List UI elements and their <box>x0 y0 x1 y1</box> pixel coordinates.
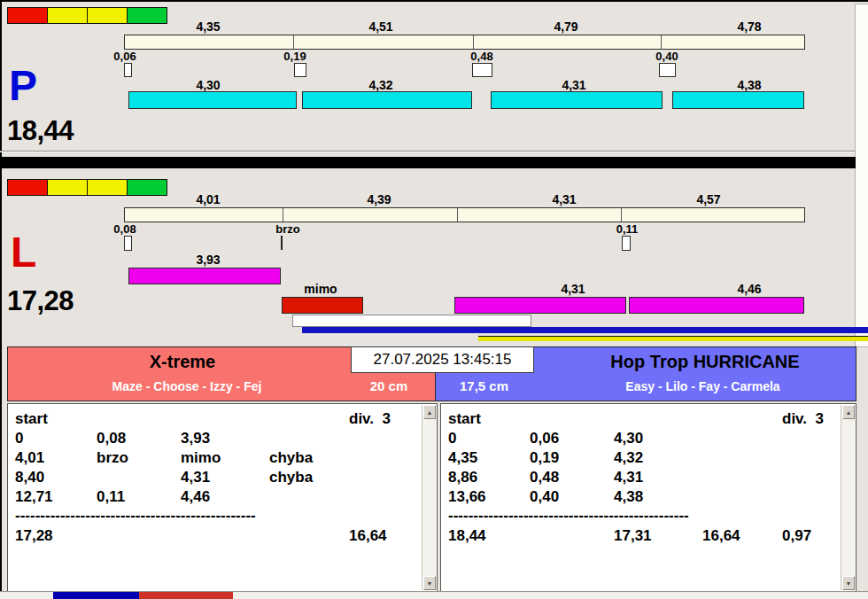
results-cell: mimo <box>181 449 221 467</box>
left-team-name: X-treme <box>81 352 284 372</box>
split-divider <box>457 208 458 222</box>
scroll-up-button[interactable]: ▲ <box>423 405 436 419</box>
scroll-down-button[interactable]: ▼ <box>423 576 436 590</box>
split-divider <box>661 35 662 49</box>
l-fault-bar <box>282 297 363 314</box>
background-window-fragment[interactable] <box>139 592 233 599</box>
right-results-panel[interactable]: start div. 3 0 0,06 4,30 4,35 0,19 4,32 … <box>440 403 856 592</box>
results-total: 18,44 <box>448 527 486 545</box>
left-team-members: Maze - Choose - Izzy - Fej <box>50 379 324 393</box>
results-cell: 0,19 <box>530 449 559 467</box>
background-window-titlebar-fragment[interactable] <box>53 592 139 599</box>
lane-area-scroll-strip[interactable] <box>855 4 868 347</box>
window-border-top <box>0 0 868 2</box>
p-split-bar <box>124 35 805 50</box>
l-status-lights <box>7 179 167 196</box>
scroll-down-icon: ▼ <box>846 580 852 587</box>
right-team-name: Hop Trop HURRICANE <box>581 352 829 372</box>
p-status-lights <box>7 7 167 24</box>
split-divider <box>283 208 283 222</box>
l-run-label: 3,93 <box>181 253 236 267</box>
split-divider <box>473 35 474 49</box>
p-gap-marker <box>124 63 132 77</box>
status-light-yellow-2 <box>88 180 128 195</box>
progress-bar-yellow <box>478 336 868 341</box>
split-divider <box>621 208 622 222</box>
results-cell: 4,31 <box>181 469 210 486</box>
p-run-bar <box>128 91 297 109</box>
results-cell: 4,46 <box>181 488 210 506</box>
l-gap-tick <box>281 236 283 250</box>
l-split-label: 4,31 <box>537 192 592 206</box>
l-lane-letter: L <box>11 232 36 273</box>
results-cell: 4,38 <box>614 488 643 506</box>
l-total-time: 17,28 <box>7 287 74 315</box>
results-separator: ----------------------------------------… <box>448 507 689 525</box>
results-separator: ----------------------------------------… <box>15 507 256 525</box>
p-run-bar <box>491 91 663 109</box>
status-light-green <box>128 180 167 195</box>
start-label: start <box>15 410 48 428</box>
left-panel-scrollbar[interactable]: ▲ ▼ <box>422 405 436 590</box>
division-label: div. 3 <box>349 410 391 428</box>
results-total: 16,64 <box>702 527 740 545</box>
l-split-bar <box>124 207 805 222</box>
start-label: start <box>448 410 481 428</box>
results-best-sum: 16,64 <box>349 527 387 545</box>
status-light-red <box>8 8 48 23</box>
status-light-red <box>8 180 48 195</box>
p-split-label: 4,78 <box>722 19 777 34</box>
p-split-label: 4,79 <box>539 19 593 34</box>
results-total: 17,28 <box>15 527 53 545</box>
l-fault-label: mimo <box>293 282 348 296</box>
status-light-green <box>128 8 167 23</box>
l-split-label: 4,01 <box>181 192 236 206</box>
p-run-bar <box>672 91 804 109</box>
split-divider <box>293 35 294 49</box>
p-gap-marker <box>472 63 492 77</box>
p-run-bar <box>302 91 472 109</box>
p-gap-label: 0,19 <box>267 50 322 63</box>
p-run-label: 4,31 <box>546 78 601 92</box>
results-cell: 0 <box>15 430 23 447</box>
p-run-label: 4,32 <box>353 78 408 92</box>
left-results-panel[interactable]: start div. 3 0 0,08 3,93 4,01 brzo mimo … <box>7 403 438 592</box>
l-run-bar <box>128 268 281 284</box>
results-cell: chyba <box>269 469 313 486</box>
results-cell: 0,11 <box>97 488 125 506</box>
l-gap-label: 0,08 <box>97 222 152 236</box>
left-jump-height: 20 cm <box>358 378 420 393</box>
right-panel-scrollbar[interactable]: ▲ ▼ <box>841 405 855 590</box>
scroll-up-button[interactable]: ▲ <box>842 405 855 419</box>
results-cell: 0,06 <box>530 430 559 447</box>
status-light-yellow-2 <box>88 8 128 23</box>
p-split-label: 4,35 <box>181 19 236 34</box>
scroll-up-icon: ▲ <box>846 409 852 416</box>
scroll-down-button[interactable]: ▼ <box>842 576 855 590</box>
progress-track <box>292 315 531 327</box>
results-cell: 4,31 <box>614 469 643 486</box>
results-cell: 4,35 <box>448 449 477 467</box>
l-run-bar <box>629 297 804 314</box>
l-run-bar <box>454 297 626 314</box>
results-cell: 0,40 <box>530 488 559 506</box>
results-cell: 4,01 <box>15 449 44 467</box>
p-lane-letter: P <box>9 66 37 106</box>
results-cell: 0 <box>448 430 456 447</box>
l-gap-label: brzo <box>260 222 315 236</box>
results-cell: 3,93 <box>181 430 210 447</box>
results-cell: 4,30 <box>614 430 643 447</box>
results-cell: 13,66 <box>448 488 486 506</box>
p-gap-label: 0,48 <box>454 50 509 63</box>
division-label: div. 3 <box>782 410 824 428</box>
section-divider-bar <box>0 157 856 168</box>
p-gap-label: 0,40 <box>639 50 694 63</box>
results-total: 0,97 <box>782 527 811 545</box>
results-total: 17,31 <box>614 527 652 545</box>
results-cell: 0,08 <box>97 430 126 447</box>
l-run-label: 4,31 <box>546 282 601 296</box>
progress-bar-blue <box>302 327 868 333</box>
datetime-display: 27.07.2025 13:45:15 <box>351 346 534 373</box>
p-gap-marker <box>659 63 676 77</box>
results-cell: chyba <box>269 449 313 467</box>
